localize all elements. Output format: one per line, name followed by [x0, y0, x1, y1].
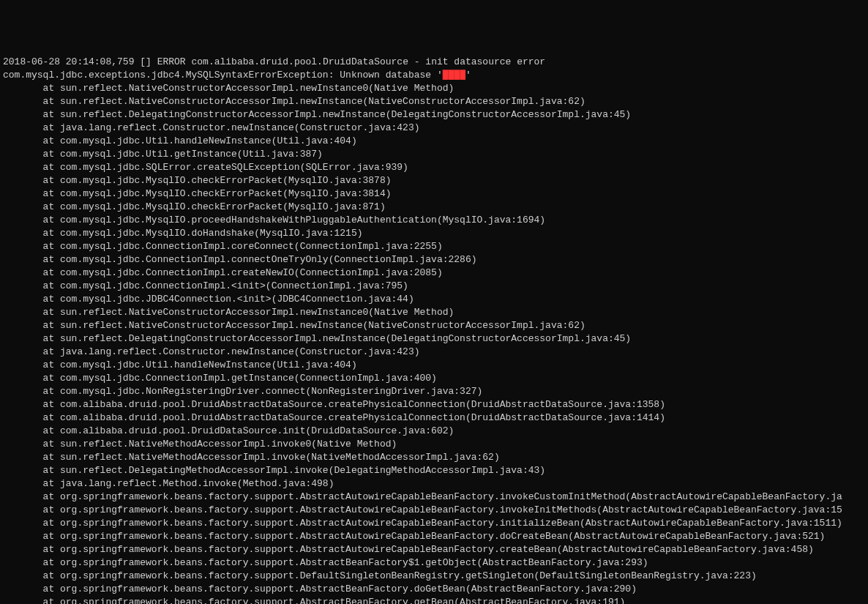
stack-frame: at com.mysql.jdbc.Util.handleNewInstance… [3, 135, 865, 148]
stack-frame: at java.lang.reflect.Method.invoke(Metho… [3, 477, 865, 491]
stack-frame: at com.mysql.jdbc.MysqlIO.proceedHandsha… [3, 214, 865, 227]
stack-frame: at sun.reflect.NativeConstructorAccessor… [3, 319, 865, 332]
stack-frame: at org.springframework.beans.factory.sup… [3, 556, 865, 570]
stack-frame: at org.springframework.beans.factory.sup… [3, 596, 865, 604]
stack-frame: at sun.reflect.DelegatingConstructorAcce… [3, 108, 865, 122]
stack-frame: at com.mysql.jdbc.MysqlIO.checkErrorPack… [3, 174, 865, 187]
log-header-line: 2018-06-28 20:14:08,759 [] ERROR com.ali… [3, 56, 865, 69]
stack-frame: at com.mysql.jdbc.ConnectionImpl.getInst… [3, 372, 865, 385]
exception-class: com.mysql.jdbc.exceptions.jdbc4.MySQLSyn… [3, 70, 329, 81]
stack-frame: at org.springframework.beans.factory.sup… [3, 504, 865, 517]
stack-frame: at com.mysql.jdbc.ConnectionImpl.coreCon… [3, 240, 865, 253]
exception-msg-suffix: ' [465, 70, 471, 81]
timestamp: 2018-06-28 20:14:08,759 [3, 56, 134, 67]
stack-frame: at com.mysql.jdbc.ConnectionImpl.connect… [3, 253, 865, 266]
log-message: init datasource error [425, 56, 545, 67]
stack-frame: at sun.reflect.DelegatingMethodAccessorI… [3, 464, 865, 477]
stack-frame: at com.mysql.jdbc.JDBC4Connection.<init>… [3, 293, 865, 306]
stack-frame: at org.springframework.beans.factory.sup… [3, 570, 865, 583]
stack-frame: at com.alibaba.druid.pool.DruidAbstractD… [3, 398, 865, 411]
stack-frame: at org.springframework.beans.factory.sup… [3, 530, 865, 543]
stack-frame: at java.lang.reflect.Constructor.newInst… [3, 346, 865, 359]
stack-frame: at sun.reflect.NativeConstructorAccessor… [3, 82, 865, 95]
stack-frame: at org.springframework.beans.factory.sup… [3, 491, 865, 504]
stack-frame: at org.springframework.beans.factory.sup… [3, 517, 865, 530]
stack-frame: at sun.reflect.NativeConstructorAccessor… [3, 306, 865, 319]
console-output[interactable]: 2018-06-28 20:14:08,759 [] ERROR com.ali… [3, 56, 865, 604]
exception-msg-prefix: Unknown database ' [340, 70, 442, 81]
stack-frame: at com.mysql.jdbc.NonRegisteringDriver.c… [3, 385, 865, 398]
stack-frame: at com.mysql.jdbc.ConnectionImpl.createN… [3, 266, 865, 280]
stack-frame: at sun.reflect.NativeConstructorAccessor… [3, 95, 865, 108]
stack-frame: at com.mysql.jdbc.MysqlIO.doHandshake(My… [3, 227, 865, 240]
stack-frame: at sun.reflect.NativeMethodAccessorImpl.… [3, 438, 865, 451]
exception-line: com.mysql.jdbc.exceptions.jdbc4.MySQLSyn… [3, 69, 865, 82]
redacted-database-name: ████ [443, 70, 465, 81]
stack-frame: at com.mysql.jdbc.Util.handleNewInstance… [3, 359, 865, 372]
stack-frame: at com.mysql.jdbc.Util.getInstance(Util.… [3, 148, 865, 161]
stack-frame: at sun.reflect.DelegatingConstructorAcce… [3, 332, 865, 346]
log-level: ERROR [157, 56, 186, 67]
stack-trace: at sun.reflect.NativeConstructorAccessor… [3, 82, 865, 604]
stack-frame: at com.alibaba.druid.pool.DruidAbstractD… [3, 411, 865, 425]
stack-frame: at java.lang.reflect.Constructor.newInst… [3, 122, 865, 135]
stack-frame: at com.alibaba.druid.pool.DruidDataSourc… [3, 425, 865, 438]
stack-frame: at com.mysql.jdbc.MysqlIO.checkErrorPack… [3, 187, 865, 201]
stack-frame: at com.mysql.jdbc.SQLError.createSQLExce… [3, 161, 865, 174]
stack-frame: at com.mysql.jdbc.ConnectionImpl.<init>(… [3, 280, 865, 293]
stack-frame: at org.springframework.beans.factory.sup… [3, 543, 865, 556]
logger-name: com.alibaba.druid.pool.DruidDataSource [191, 56, 408, 67]
stack-frame: at sun.reflect.NativeMethodAccessorImpl.… [3, 451, 865, 464]
stack-frame: at com.mysql.jdbc.MysqlIO.checkErrorPack… [3, 201, 865, 214]
stack-frame: at org.springframework.beans.factory.sup… [3, 583, 865, 596]
